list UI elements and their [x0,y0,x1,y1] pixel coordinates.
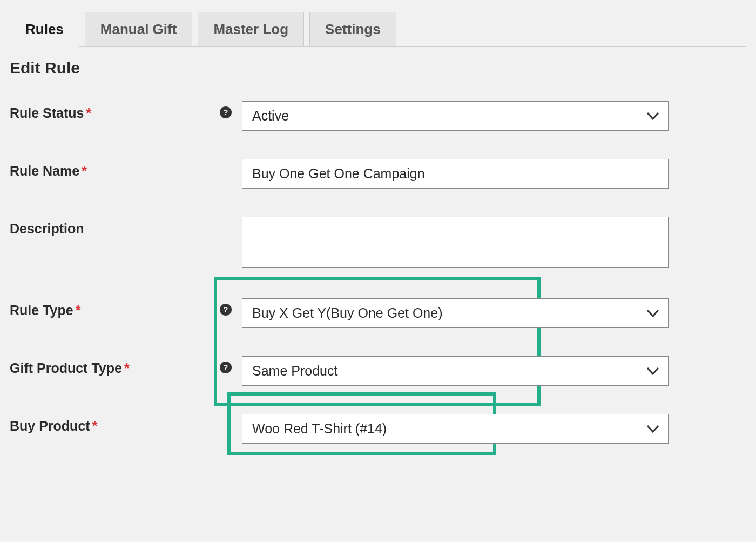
tab-manual-gift[interactable]: Manual Gift [85,12,193,46]
required-asterisk: * [76,303,81,318]
rule-type-select[interactable] [242,298,669,328]
required-asterisk: * [86,105,92,121]
row-buy-product: Buy Product* [10,414,746,444]
buy-product-select[interactable] [242,414,669,444]
help-icon[interactable]: ? [220,106,232,118]
label-description: Description [10,221,84,237]
label-buy-product: Buy Product [10,418,90,434]
page-title: Edit Rule [10,59,746,77]
row-description: Description [10,217,746,270]
tab-rules[interactable]: Rules [10,12,79,47]
tab-settings[interactable]: Settings [309,12,396,46]
gift-product-type-select[interactable] [242,356,669,386]
required-asterisk: * [92,418,98,434]
label-gift-product-type: Gift Product Type [10,360,122,376]
row-rule-type: Rule Type* ? [10,298,746,328]
help-icon[interactable]: ? [220,362,232,373]
label-rule-type: Rule Type [10,303,73,318]
rule-name-input[interactable] [242,159,669,189]
annotation-highlight [214,277,541,406]
row-rule-name: Rule Name* [10,159,746,189]
label-rule-status: Rule Status [10,105,84,121]
tab-master-log[interactable]: Master Log [198,12,304,46]
required-asterisk: * [124,360,130,376]
description-textarea[interactable] [242,217,669,268]
row-rule-status: Rule Status* ? [10,101,746,131]
tab-bar: Rules Manual Gift Master Log Settings [10,12,746,47]
row-gift-product-type: Gift Product Type* ? [10,356,746,386]
rule-status-select[interactable] [242,101,669,131]
label-rule-name: Rule Name [10,163,79,179]
required-asterisk: * [82,163,87,179]
help-icon[interactable]: ? [220,304,232,316]
